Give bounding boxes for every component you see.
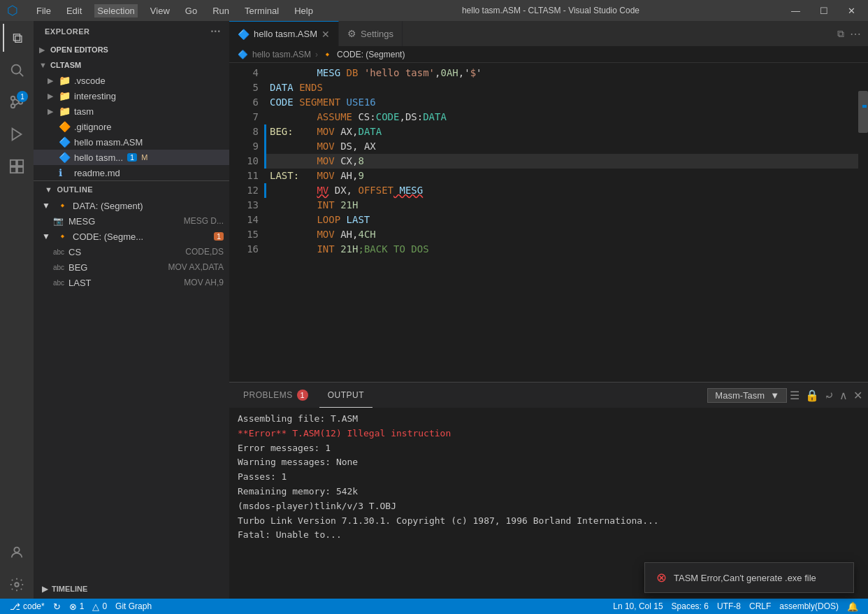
asm-file-icon: 🔷	[59, 136, 71, 148]
outline-header[interactable]: ▼ OUTLINE	[34, 181, 229, 198]
scm-activity-icon[interactable]: 1	[3, 88, 31, 116]
status-spaces[interactable]: Spaces: 6	[667, 599, 713, 614]
explorer-activity-icon[interactable]: ⧉	[3, 24, 31, 52]
status-notifications[interactable]: 🔔	[843, 599, 862, 614]
editor-area: 🔷 hello tasm.ASM ✕ ⚙ Settings ⧉ ⋯ 🔷 hell…	[229, 21, 868, 599]
explorer-more-button[interactable]: ···	[210, 25, 221, 38]
status-warnings[interactable]: △ 0	[88, 599, 111, 614]
timeline-header[interactable]: ▶ TIMELINE	[34, 579, 229, 599]
output-line-3: Error messages: 1	[238, 441, 860, 456]
code-segment-icon: 🔸	[57, 231, 70, 241]
outline-last[interactable]: abc LAST MOV AH,9	[34, 275, 229, 290]
code-error-badge: 1	[214, 232, 224, 241]
panel-filter-icon[interactable]: ☰	[790, 389, 800, 402]
open-editors-section[interactable]: ▶ OPEN EDITORS	[34, 42, 229, 57]
asm-file-icon: 🔷	[59, 152, 71, 163]
menu-file[interactable]: File	[34, 4, 54, 17]
breadcrumb-file-label[interactable]: hello tasm.ASM	[252, 50, 311, 59]
editor-scrollbar[interactable]	[858, 63, 868, 382]
outline-chevron-icon: ▼	[45, 185, 52, 194]
run-activity-icon[interactable]	[3, 120, 31, 148]
branch-label: code*	[23, 601, 45, 611]
file-modified-indicator: M	[141, 153, 147, 162]
sidebar-item-tasm[interactable]: ▶ 📁 tasm	[34, 103, 229, 119]
sidebar-item-vscode[interactable]: ▶ 📁 .vscode	[34, 73, 229, 88]
tab-close-button[interactable]: ✕	[321, 29, 330, 40]
menu-help[interactable]: Help	[291, 4, 316, 17]
menu-run[interactable]: Run	[210, 4, 232, 17]
sidebar-item-interesting[interactable]: ▶ 📁 interesting	[34, 88, 229, 103]
status-bar: ⎇ code* ↻ ⊗ 1 △ 0 Git Graph Ln 10, Col 1…	[0, 599, 868, 614]
output-line-6: Remaining memory: 542k	[238, 485, 860, 499]
split-editor-icon[interactable]: ⧉	[837, 28, 844, 40]
panel-clear-icon[interactable]: ⤾	[825, 389, 834, 402]
tab-settings-icon: ⚙	[347, 28, 356, 39]
git-graph-label: Git Graph	[115, 601, 152, 611]
output-line-2: **Error** T.ASM(12) Illegal instruction	[238, 427, 860, 441]
status-language[interactable]: assembly(DOS)	[775, 599, 843, 614]
output-line-9: Fatal: Unable to...	[238, 528, 860, 543]
svg-rect-10	[17, 160, 23, 166]
menu-bar: File Edit Selection View Go Run Terminal…	[34, 4, 316, 17]
search-activity-icon[interactable]	[3, 56, 31, 84]
more-tab-actions-icon[interactable]: ⋯	[850, 27, 861, 41]
svg-point-3	[11, 104, 15, 108]
menu-terminal[interactable]: Terminal	[242, 4, 282, 17]
outline-data-segment[interactable]: ▼ 🔸 DATA: (Segment)	[34, 198, 229, 213]
code-editor[interactable]: 4 5 6 7 8 9 10 11 12 13 14 15 16	[229, 63, 868, 382]
outline-mesg[interactable]: 📷 MESG MESG D...	[34, 213, 229, 229]
breadcrumb-segment-label[interactable]: CODE: (Segment)	[337, 50, 405, 59]
sidebar-item-readme[interactable]: ℹ readme.md	[34, 165, 229, 180]
status-encoding[interactable]: UTF-8	[713, 599, 745, 614]
status-sync[interactable]: ↻	[49, 599, 65, 614]
panel-close-icon[interactable]: ✕	[853, 389, 862, 402]
minimize-button[interactable]: —	[786, 4, 806, 17]
outline-beg[interactable]: abc BEG MOV AX,DATA	[34, 259, 229, 275]
sidebar-item-gitignore[interactable]: 🔶 .gitignore	[34, 119, 229, 134]
code-line-11: LAST: MOV AH, 9	[264, 169, 858, 183]
vscode-logo-icon: ⬡	[7, 3, 18, 18]
outline-code-segment[interactable]: ▼ 🔸 CODE: (Segme... 1	[34, 229, 229, 244]
output-line-7: (msdos-player)tlink/v/3 T.OBJ	[238, 499, 860, 514]
extensions-activity-icon[interactable]	[3, 152, 31, 180]
panel-lock-icon[interactable]: 🔒	[805, 389, 819, 402]
output-tab-label: OUTPUT	[328, 390, 364, 400]
status-line-ending[interactable]: CRLF	[745, 599, 775, 614]
scrollbar-thumb[interactable]	[858, 91, 868, 133]
output-tab[interactable]: OUTPUT	[319, 383, 372, 408]
error-icon: ⊗	[69, 601, 77, 612]
tab-settings[interactable]: ⚙ Settings	[339, 21, 403, 46]
menu-view[interactable]: View	[147, 4, 173, 17]
problems-tab[interactable]: PROBLEMS 1	[235, 383, 317, 408]
status-git-graph[interactable]: Git Graph	[111, 599, 156, 614]
status-cursor-position[interactable]: Ln 10, Col 15	[609, 599, 667, 614]
accounts-activity-icon[interactable]	[3, 538, 31, 566]
activity-bar: ⧉ 1	[0, 21, 34, 599]
maximize-button[interactable]: ☐	[814, 4, 834, 17]
code-line-12: MV DX, OFFSET MESG	[264, 183, 858, 198]
beg-icon: abc	[53, 264, 66, 271]
code-line-6: CODE SEGMENT USE16	[264, 95, 858, 110]
last-icon: abc	[53, 279, 66, 287]
close-button[interactable]: ✕	[842, 4, 861, 17]
menu-go[interactable]: Go	[182, 4, 200, 17]
tab-hello-tasm[interactable]: 🔷 hello tasm.ASM ✕	[229, 21, 339, 46]
menu-selection[interactable]: Selection	[94, 4, 137, 17]
squiggle-mesg: MESG	[393, 183, 423, 198]
menu-edit[interactable]: Edit	[64, 4, 85, 17]
outline-segment-chevron-icon: ▼	[42, 201, 55, 210]
sidebar-item-hello-masm[interactable]: 🔷 hello masm.ASM	[34, 134, 229, 150]
folder-icon: 📁	[59, 75, 71, 86]
code-content[interactable]: MESG DB 'hello tasm' , 0AH ,' $ ' DATA E…	[264, 63, 858, 382]
output-line-8: Turbo Link Version 7.1.30.1. Copyright (…	[238, 514, 860, 529]
status-errors[interactable]: ⊗ 1	[65, 599, 89, 614]
panel-source-dropdown[interactable]: Masm-Tasm ▼	[707, 388, 787, 403]
error-notification[interactable]: ⊗ TASM Error,Can't generate .exe file	[644, 562, 854, 593]
sidebar-item-hello-tasm[interactable]: 🔷 hello tasm... 1 M	[34, 150, 229, 165]
panel-collapse-icon[interactable]: ∧	[839, 389, 848, 402]
outline-cs[interactable]: abc CS CODE,DS	[34, 244, 229, 259]
status-branch[interactable]: ⎇ code*	[6, 599, 49, 614]
settings-activity-icon[interactable]	[3, 571, 31, 599]
problems-badge: 1	[297, 390, 308, 401]
project-root[interactable]: ▼ CLTASM	[34, 57, 229, 73]
